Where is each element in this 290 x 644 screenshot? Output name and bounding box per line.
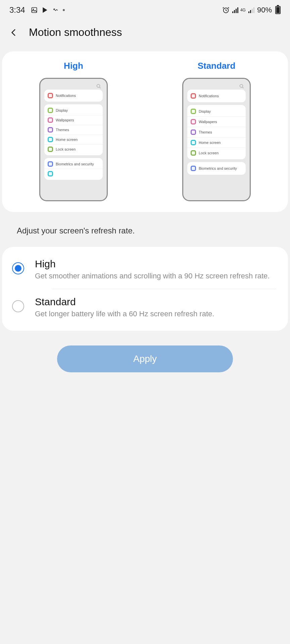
option-standard-subtitle: Get longer battery life with a 60 Hz scr… — [35, 309, 278, 319]
signal-icon-2 — [248, 7, 254, 13]
status-right: 4G 90% — [222, 6, 281, 14]
missed-call-icon — [52, 6, 59, 14]
page-title: Motion smoothness — [29, 26, 122, 39]
search-icon — [240, 84, 243, 88]
alarm-icon — [222, 6, 230, 14]
phone-mock-high: Notifications Display Wallpapers Themes … — [39, 78, 108, 201]
preview-standard[interactable]: Standard Notifications Display Wallpaper… — [182, 61, 251, 201]
battery-icon — [275, 6, 281, 14]
radio-standard[interactable] — [12, 300, 24, 312]
gallery-icon — [31, 6, 38, 14]
themes-icon — [191, 129, 196, 135]
status-left: 3:34 — [9, 5, 65, 15]
lock-icon — [191, 150, 196, 156]
option-high[interactable]: High Get smoother animations and scrolli… — [2, 251, 288, 289]
preview-high-label: High — [64, 61, 83, 71]
lock-icon — [48, 147, 53, 152]
home-icon — [191, 140, 196, 145]
wallpapers-icon — [48, 117, 53, 123]
option-standard-title: Standard — [35, 296, 278, 308]
display-icon — [191, 109, 196, 114]
option-standard-text: Standard Get longer battery life with a … — [35, 296, 278, 319]
themes-icon — [48, 127, 53, 132]
back-button[interactable] — [8, 27, 19, 38]
extra-icon — [48, 171, 53, 176]
home-icon — [48, 137, 53, 142]
display-icon — [48, 108, 53, 113]
preview-card: High Notifications Display Wallpapers Th… — [2, 51, 288, 212]
option-high-title: High — [35, 258, 278, 270]
battery-percentage: 90% — [257, 6, 272, 14]
option-standard[interactable]: Standard Get longer battery life with a … — [2, 289, 288, 327]
svg-point-1 — [33, 9, 34, 10]
signal-icon-1 — [232, 7, 238, 13]
preview-high[interactable]: High Notifications Display Wallpapers Th… — [39, 61, 108, 201]
notifications-icon — [191, 93, 196, 99]
preview-standard-label: Standard — [198, 61, 236, 71]
wallpapers-icon — [191, 119, 196, 124]
clock-time: 3:34 — [9, 5, 25, 15]
page-header: Motion smoothness — [0, 20, 290, 47]
apply-container: Apply — [0, 345, 290, 372]
status-bar: 3:34 4G 90% — [0, 0, 290, 20]
svg-rect-0 — [32, 8, 37, 13]
radio-high[interactable] — [12, 262, 24, 274]
biometrics-icon — [191, 166, 196, 171]
play-store-icon — [41, 6, 49, 14]
network-label: 4G — [240, 8, 246, 12]
search-icon — [97, 84, 100, 88]
option-high-text: High Get smoother animations and scrolli… — [35, 258, 278, 281]
notifications-icon — [48, 93, 53, 98]
options-card: High Get smoother animations and scrolli… — [2, 247, 288, 331]
biometrics-icon — [48, 161, 53, 167]
option-high-subtitle: Get smoother animations and scrolling wi… — [35, 271, 278, 281]
phone-mock-standard: Notifications Display Wallpapers Themes … — [182, 78, 251, 201]
apply-button[interactable]: Apply — [57, 345, 233, 372]
more-dot-icon — [63, 9, 65, 11]
section-description: Adjust your screen's refresh rate. — [0, 212, 290, 245]
